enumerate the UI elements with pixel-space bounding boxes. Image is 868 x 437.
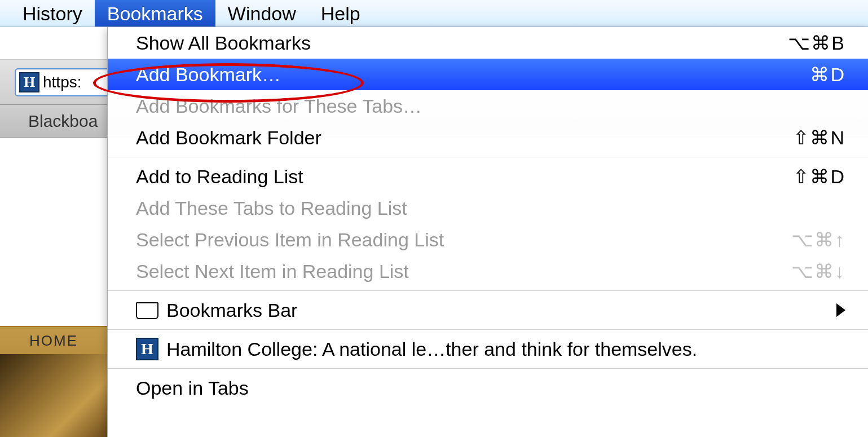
menu-item-label: Add Bookmarks for These Tabs… (136, 95, 422, 117)
menu-item-add-bookmark[interactable]: Add Bookmark… ⌘D (108, 59, 868, 90)
menu-item-hamilton-bookmark[interactable]: H Hamilton College: A national le…ther a… (108, 333, 868, 365)
menubar-item-help[interactable]: Help (309, 0, 373, 27)
menubar-item-bookmarks[interactable]: Bookmarks (95, 0, 215, 27)
book-icon (136, 302, 158, 318)
menu-item-select-next-reading: Select Next Item in Reading List ⌥⌘↓ (108, 255, 868, 287)
favicon-hamilton-icon: H (136, 338, 158, 360)
menu-item-label: Select Previous Item in Reading List (136, 229, 444, 251)
menu-item-label: Open in Tabs (136, 377, 249, 399)
menu-item-add-bookmark-folder[interactable]: Add Bookmark Folder ⇧⌘N (108, 122, 868, 153)
menubar-label: Window (228, 3, 296, 25)
menu-item-label: Add to Reading List (136, 166, 303, 188)
address-bar[interactable]: H https: (15, 68, 111, 96)
menu-item-select-prev-reading: Select Previous Item in Reading List ⌥⌘↑ (108, 224, 868, 255)
menu-item-shortcut: ⌘D (810, 63, 845, 86)
menu-item-label: Add Bookmark… (136, 64, 281, 86)
menubar-label: Bookmarks (107, 3, 203, 25)
menu-item-add-bookmarks-for-tabs: Add Bookmarks for These Tabs… (108, 90, 868, 122)
menu-separator (108, 329, 868, 330)
menu-item-open-in-tabs[interactable]: Open in Tabs (108, 372, 868, 404)
menu-item-shortcut: ⌥⌘↓ (791, 260, 845, 282)
favicon-hamilton-icon: H (19, 72, 39, 92)
menubar: History Bookmarks Window Help (0, 0, 868, 27)
menu-separator (108, 290, 868, 291)
menu-item-shortcut: ⌥⌘↑ (791, 228, 845, 251)
menubar-label: History (23, 3, 82, 25)
menubar-item-history[interactable]: History (10, 0, 95, 27)
menu-item-label: Add These Tabs to Reading List (136, 197, 407, 219)
menu-item-shortcut: ⌥⌘B (788, 32, 845, 54)
address-text: https: (43, 73, 81, 91)
menu-item-label: Select Next Item in Reading List (136, 261, 409, 282)
menu-item-show-all-bookmarks[interactable]: Show All Bookmarks ⌥⌘B (108, 27, 868, 59)
menu-item-label: Hamilton College: A national le…ther and… (166, 338, 697, 360)
menubar-label: Help (321, 3, 360, 25)
menu-item-label: Bookmarks Bar (166, 299, 297, 321)
menu-item-bookmarks-bar[interactable]: Bookmarks Bar (108, 294, 868, 326)
menu-separator (108, 157, 868, 157)
menu-separator (108, 368, 868, 369)
menu-item-label: Show All Bookmarks (136, 32, 311, 54)
menubar-item-window[interactable]: Window (215, 0, 309, 27)
menu-item-label: Add Bookmark Folder (136, 127, 321, 149)
bookmarks-dropdown: Show All Bookmarks ⌥⌘B Add Bookmark… ⌘D … (107, 27, 868, 437)
bookmarks-bar-item[interactable]: Blackboa (28, 112, 98, 131)
site-nav-label: HOME (29, 332, 78, 350)
menu-item-shortcut: ⇧⌘N (793, 126, 845, 149)
submenu-arrow-icon (836, 303, 845, 317)
menu-item-add-tabs-to-reading-list: Add These Tabs to Reading List (108, 192, 868, 224)
menu-item-shortcut: ⇧⌘D (793, 165, 845, 188)
menu-item-add-to-reading-list[interactable]: Add to Reading List ⇧⌘D (108, 161, 868, 192)
site-nav-home[interactable]: HOME (0, 326, 107, 354)
page-hero-image (0, 354, 107, 437)
